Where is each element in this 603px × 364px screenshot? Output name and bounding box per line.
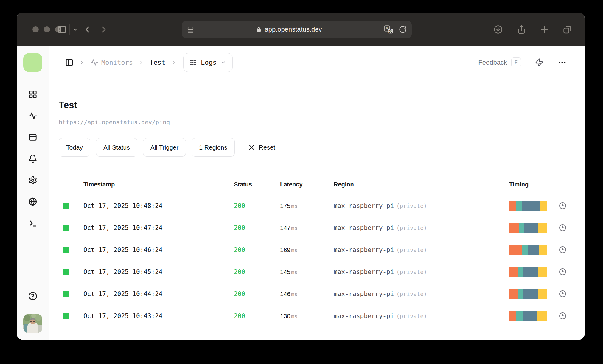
timing-bar [509,245,547,255]
feedback-button[interactable]: Feedback F [478,57,521,67]
row-latency: 175ms [280,202,334,209]
sidebar-nav [28,79,37,228]
logs-view-label: Logs [201,59,217,66]
col-status: Status [234,181,280,188]
cli-terminal-icon[interactable] [28,219,37,228]
filter-status-button[interactable]: All Status [96,138,137,157]
timing-detail-clock-icon[interactable] [557,202,575,210]
browser-toolbar: app.openstatus.dev A文 [17,13,585,46]
col-latency: Latency [280,181,334,188]
timing-segment-ttfb [528,245,539,255]
row-region: max-raspberry-pi(private) [334,268,509,276]
reset-label: Reset [259,144,275,151]
settings-gear-icon[interactable] [28,176,37,185]
domains-globe-icon[interactable] [28,197,37,206]
address-bar-url: app.openstatus.dev [265,26,322,33]
row-timestamp: Oct 17, 2025 10:43:24 [83,312,234,320]
timing-bar [509,201,547,211]
timing-segment-dns [509,311,516,321]
timing-segment-transfer [540,201,547,211]
timing-segment-connect [516,311,523,321]
reader-view-icon[interactable] [187,26,195,34]
logs-view-dropdown[interactable]: Logs [183,53,233,72]
sidebar-divider [17,309,49,309]
help-icon[interactable] [28,291,38,302]
timing-segment-ttfb [523,267,538,277]
timing-segment-dns [509,267,518,277]
reload-icon[interactable] [399,25,407,34]
table-row[interactable]: Oct 17, 2025 10:46:24 200 169ms max-rasp… [59,239,575,261]
lock-icon [256,27,262,32]
timing-segment-transfer [539,245,547,255]
reset-filters-button[interactable]: Reset [248,144,275,151]
filter-regions-button[interactable]: 1 Regions [192,138,235,157]
timing-segment-transfer [537,311,547,321]
timing-detail-clock-icon[interactable] [557,246,575,254]
panel-toggle-icon[interactable] [65,58,74,67]
row-status-code: 200 [234,246,280,253]
new-tab-icon[interactable] [540,25,549,34]
row-latency: 130ms [280,312,334,320]
share-icon[interactable] [517,25,526,34]
row-region: max-raspberry-pi(private) [334,290,509,298]
timing-segment-transfer [538,223,547,233]
workspace-logo[interactable] [23,53,42,72]
row-region: max-raspberry-pi(private) [334,202,509,209]
table-row[interactable]: Oct 17, 2025 10:48:24 200 175ms max-rasp… [59,195,575,217]
timing-detail-clock-icon[interactable] [557,224,575,232]
app-sidebar [17,46,49,340]
svg-text:文: 文 [388,29,392,33]
row-latency: 146ms [280,290,334,298]
row-region: max-raspberry-pi(private) [334,224,509,231]
address-bar[interactable]: app.openstatus.dev A文 [182,21,412,38]
timing-segment-transfer [538,267,547,277]
downloads-icon[interactable] [493,25,503,34]
chevron-right-icon [139,60,144,65]
col-region: Region [334,181,509,188]
x-icon [248,144,255,151]
status-indicator [63,291,69,297]
chevron-right-icon [79,60,85,65]
minimize-window-button[interactable] [44,26,50,32]
more-options-ellipsis-icon[interactable] [558,58,567,67]
timing-segment-transfer [538,289,547,299]
translate-icon[interactable]: A文 [383,25,394,34]
timing-segment-ttfb [522,201,540,211]
dashboard-grid-icon[interactable] [28,90,37,99]
table-header: Timestamp Status Latency Region Timing [59,175,575,195]
notifications-bell-icon[interactable] [28,154,37,163]
timing-detail-clock-icon[interactable] [557,312,575,320]
table-row[interactable]: Oct 17, 2025 10:45:24 200 145ms max-rasp… [59,261,575,283]
user-avatar[interactable] [23,314,42,333]
filter-trigger-button[interactable]: All Trigger [143,138,186,157]
timing-detail-clock-icon[interactable] [557,290,575,298]
row-timestamp: Oct 17, 2025 10:45:24 [83,268,234,276]
back-button-icon[interactable] [83,13,92,46]
table-row[interactable]: Oct 17, 2025 10:43:24 200 130ms max-rasp… [59,305,575,327]
filter-bar: Today All Status All Trigger 1 Regions R… [59,138,575,157]
breadcrumb-monitors[interactable]: Monitors [90,58,133,66]
row-status-code: 200 [234,202,280,209]
row-status-code: 200 [234,290,280,298]
row-latency: 169ms [280,246,334,253]
filter-period-button[interactable]: Today [59,138,90,157]
feedback-label: Feedback [478,59,507,66]
status-indicator [63,269,69,275]
row-status-code: 200 [234,224,280,231]
monitors-activity-icon[interactable] [28,111,37,120]
browser-window: app.openstatus.dev A文 [17,13,585,340]
close-window-button[interactable] [32,26,39,32]
toolbar-divider [69,24,70,35]
browser-sidebar-toggle-icon[interactable] [57,13,67,46]
tab-overview-icon[interactable] [562,25,572,34]
quick-actions-bolt-icon[interactable] [535,58,543,67]
status-indicator [63,203,69,209]
table-row[interactable]: Oct 17, 2025 10:44:24 200 146ms max-rasp… [59,283,575,305]
sidebar-menu-chevron-icon[interactable] [72,13,78,46]
breadcrumb-test[interactable]: Test [150,59,165,66]
forward-button-icon[interactable] [99,13,108,46]
row-timestamp: Oct 17, 2025 10:48:24 [83,202,234,209]
timing-detail-clock-icon[interactable] [557,268,575,276]
table-row[interactable]: Oct 17, 2025 10:47:24 200 147ms max-rasp… [59,217,575,239]
status-pages-icon[interactable] [28,133,37,142]
